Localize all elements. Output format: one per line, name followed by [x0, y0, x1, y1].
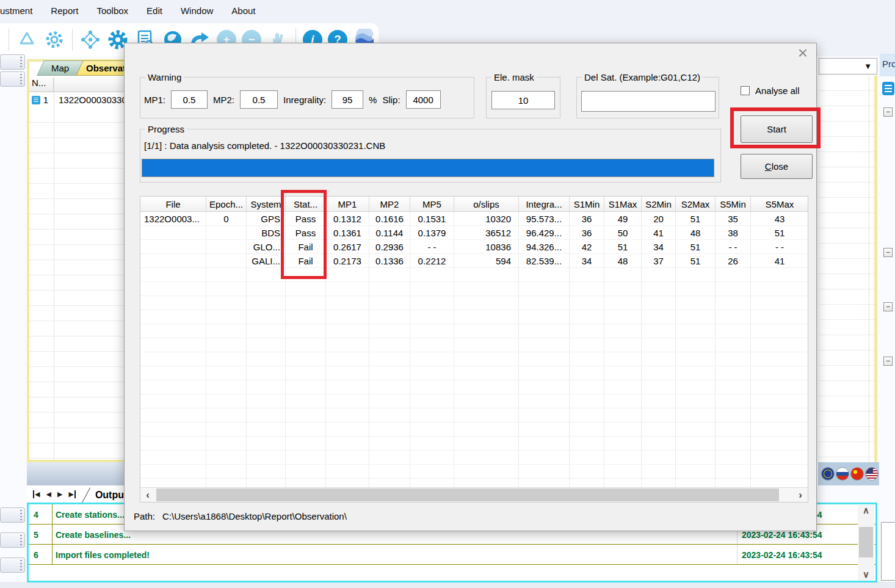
results-table-cell: 48 — [676, 226, 716, 240]
tree-collapse-icon[interactable]: − — [883, 248, 893, 257]
results-table-cell: 0.1312 — [326, 212, 369, 226]
path-label: Path: — [134, 511, 155, 521]
chevron-down-icon: ▼ — [864, 62, 872, 71]
results-table-row[interactable]: BDSPass0.13610.11440.13793651296.429...3… — [140, 226, 808, 240]
toolbar-divider — [9, 29, 9, 51]
first-record-icon[interactable]: ◀ — [33, 490, 40, 498]
drag-grip-icon — [20, 535, 22, 546]
flag-china-icon[interactable] — [850, 467, 864, 481]
column-header-num[interactable]: N... — [29, 78, 54, 92]
next-record-icon[interactable]: ▶ — [57, 490, 62, 498]
progress-status-text: [1/1] : Data analysis completed. - 1322O… — [144, 140, 385, 151]
results-table-row[interactable]: GLO...Fail0.26170.2936- -1083694.326...4… — [140, 240, 808, 254]
log-vertical-scrollbar[interactable]: ∧ ∨ — [858, 505, 874, 580]
warning-group: Warning MP1: MP2: Inregrality: % Slip: — [140, 77, 474, 118]
start-highlight-annotation — [730, 107, 821, 148]
results-table-cell: 36 — [570, 226, 604, 240]
close-button[interactable]: Close — [741, 154, 813, 179]
results-column-header[interactable]: o/slips — [454, 197, 519, 211]
language-flags-bar — [818, 462, 879, 485]
results-column-header[interactable]: System — [247, 197, 286, 211]
results-column-header[interactable]: Epoch... — [206, 197, 247, 211]
scroll-up-icon[interactable]: ∧ — [863, 505, 869, 516]
results-horizontal-scrollbar[interactable]: ‹ › — [140, 487, 808, 502]
results-table-cell: 51 — [676, 254, 716, 268]
menu-item-toolbox[interactable]: Toolbox — [96, 5, 128, 16]
network-nodes-icon[interactable] — [79, 29, 101, 51]
del-sat-group-title: Del Sat. (Example:G01,C12) — [582, 72, 703, 82]
results-column-header[interactable]: S1Max — [604, 197, 642, 211]
results-table-cell: 0.2173 — [326, 254, 369, 268]
results-table-cell: 94.326... — [519, 240, 570, 254]
del-sat-input[interactable] — [581, 91, 716, 112]
flag-usa-icon[interactable] — [865, 467, 879, 481]
collapsed-panel-handle[interactable] — [0, 507, 25, 523]
flag-russia-icon[interactable] — [836, 467, 849, 481]
results-table-row[interactable]: 1322O0003...0GPSPass0.13120.16160.153110… — [140, 212, 808, 226]
analyse-all-checkbox[interactable] — [741, 86, 750, 95]
results-table-cell: 51 — [676, 240, 716, 254]
results-column-header[interactable]: S2Max — [676, 197, 716, 211]
log-row-time: 2023-02-24 16:43:54 — [742, 530, 822, 540]
flag-eu-icon[interactable] — [821, 467, 835, 481]
right-empty-box — [881, 522, 895, 581]
log-divider — [737, 545, 737, 564]
results-table-cell: 51 — [751, 226, 808, 240]
log-row-text: Create baselines... — [56, 530, 131, 540]
results-column-header[interactable]: S1Min — [570, 197, 604, 211]
scroll-right-icon[interactable]: › — [793, 488, 808, 502]
scrollbar-thumb[interactable] — [859, 527, 873, 557]
last-record-icon[interactable]: ▶ — [68, 490, 75, 498]
recycle-icon[interactable] — [16, 29, 38, 51]
menu-item-adjustment[interactable]: ustment — [0, 5, 32, 16]
inregrality-input[interactable] — [332, 90, 363, 109]
results-column-header[interactable]: MP5 — [410, 197, 454, 211]
results-table-cell: 36 — [570, 212, 604, 226]
scroll-down-icon[interactable]: ∨ — [863, 569, 869, 580]
analyse-all-row: Analyse all — [741, 85, 800, 96]
results-column-header[interactable]: File — [140, 197, 206, 211]
collapsed-panel-handle[interactable] — [0, 54, 25, 70]
ele-mask-input[interactable] — [491, 91, 555, 109]
menu-item-about[interactable]: About — [231, 5, 255, 16]
collapsed-panel-handle[interactable] — [0, 557, 25, 573]
menu-item-edit[interactable]: Edit — [147, 5, 162, 16]
scroll-left-icon[interactable]: ‹ — [140, 488, 155, 502]
prev-record-icon[interactable]: ◀ — [46, 490, 51, 498]
collapsed-panel-handle[interactable] — [0, 71, 25, 87]
scrollbar-thumb[interactable] — [156, 488, 779, 501]
results-table-cell — [140, 254, 206, 268]
results-column-header[interactable]: MP2 — [369, 197, 410, 211]
results-table-empty-row — [140, 310, 808, 324]
menu-item-report[interactable]: Report — [51, 5, 78, 16]
right-dropdown[interactable]: ▼ — [819, 58, 877, 74]
settings-gear-icon[interactable] — [43, 29, 65, 51]
results-table-empty-row — [140, 394, 808, 408]
results-table-cell: - - — [410, 240, 454, 254]
menu-item-window[interactable]: Window — [181, 5, 213, 16]
project-list-icon[interactable] — [882, 82, 894, 95]
results-table-empty-row — [140, 451, 808, 465]
collapsed-panel-handle[interactable] — [0, 532, 25, 548]
results-column-header[interactable]: S5Min — [716, 197, 751, 211]
mp2-input[interactable] — [240, 90, 278, 109]
slip-input[interactable] — [406, 90, 441, 109]
tree-collapse-icon[interactable]: − — [883, 302, 893, 311]
results-column-header[interactable]: Integra... — [519, 197, 570, 211]
results-column-header[interactable]: S2Min — [642, 197, 676, 211]
tree-collapse-icon[interactable]: − — [883, 357, 893, 366]
results-table-cell: 41 — [751, 254, 808, 268]
close-icon[interactable]: × — [798, 45, 808, 62]
tree-collapse-icon[interactable]: − — [883, 107, 893, 117]
results-table-cell: 0.1379 — [410, 226, 454, 240]
results-column-header[interactable]: MP1 — [326, 197, 369, 211]
analyse-all-label: Analyse all — [755, 85, 800, 96]
results-table-cell: 35 — [716, 212, 751, 226]
results-table-cell: 34 — [570, 254, 604, 268]
progress-bar — [142, 159, 714, 177]
mp1-input[interactable] — [171, 90, 208, 109]
log-row-number: 6 — [34, 550, 38, 560]
results-table-row[interactable]: GALI...Fail0.21730.13360.221259482.539..… — [140, 254, 808, 268]
results-column-header[interactable]: S5Max — [751, 197, 808, 211]
results-table-cell: - - — [751, 240, 808, 254]
